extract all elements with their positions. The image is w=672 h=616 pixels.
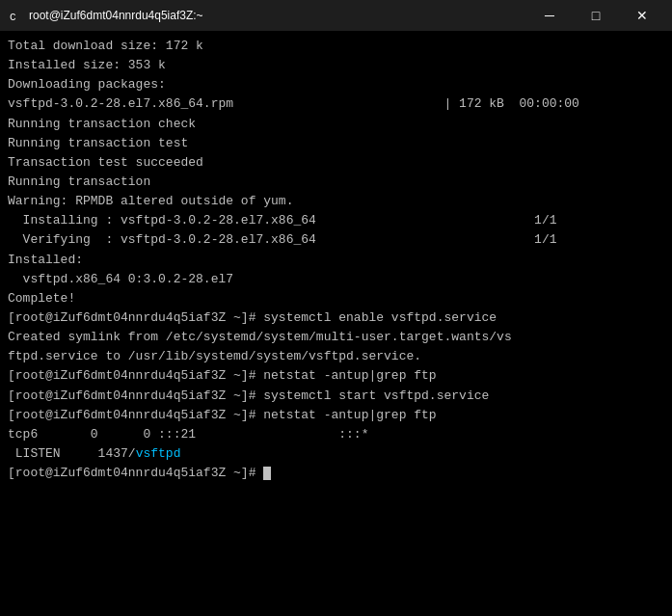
terminal-line: [root@iZuf6dmt04nnrdu4q5iaf3Z ~]# netsta…	[8, 406, 664, 425]
terminal-line: Transaction test succeeded	[8, 153, 664, 173]
cursor-block	[263, 467, 271, 480]
terminal-line: Running transaction test	[8, 134, 664, 153]
window-title: root@iZuf6dmt04nnrdu4q5iaf3Z:~	[29, 9, 203, 22]
minimize-button[interactable]: ─	[527, 0, 572, 31]
terminal-line: [root@iZuf6dmt04nnrdu4q5iaf3Z ~]# netsta…	[8, 366, 664, 386]
terminal-line: Installed:	[8, 251, 664, 270]
terminal-line: [root@iZuf6dmt04nnrdu4q5iaf3Z ~]#	[8, 464, 664, 483]
title-bar-left: C root@iZuf6dmt04nnrdu4q5iaf3Z:~	[8, 8, 203, 23]
terminal-line: Total download size: 172 k	[8, 37, 664, 56]
svg-text:C: C	[10, 12, 16, 23]
title-bar: C root@iZuf6dmt04nnrdu4q5iaf3Z:~ ─ □ ✕	[0, 0, 672, 31]
terminal-line: Installed size: 353 k	[8, 56, 664, 75]
terminal-line: vsftpd-3.0.2-28.el7.x86_64.rpm | 172 kB …	[8, 94, 664, 114]
terminal-line: Running transaction	[8, 173, 664, 192]
terminal-line: Warning: RPMDB altered outside of yum.	[8, 192, 664, 211]
terminal-line: [root@iZuf6dmt04nnrdu4q5iaf3Z ~]# system…	[8, 387, 664, 406]
terminal-output[interactable]: Total download size: 172 kInstalled size…	[0, 31, 672, 616]
terminal-line: Installing : vsftpd-3.0.2-28.el7.x86_64 …	[8, 211, 664, 230]
terminal-line: tcp6 0 0 :::21 :::*	[8, 425, 664, 444]
terminal-line: ftpd.service to /usr/lib/systemd/system/…	[8, 347, 664, 366]
terminal-line: LISTEN 1437/vsftpd	[8, 444, 664, 464]
close-button[interactable]: ✕	[620, 0, 664, 31]
window-controls: ─ □ ✕	[527, 0, 664, 31]
terminal-line: [root@iZuf6dmt04nnrdu4q5iaf3Z ~]# system…	[8, 308, 664, 328]
terminal-line: Complete!	[8, 289, 664, 308]
terminal-line: Verifying : vsftpd-3.0.2-28.el7.x86_64 1…	[8, 230, 664, 250]
terminal-icon: C	[8, 8, 23, 23]
maximize-button[interactable]: □	[574, 0, 618, 31]
terminal-line: Downloading packages:	[8, 75, 664, 94]
terminal-line: Running transaction check	[8, 115, 664, 134]
terminal-line: Created symlink from /etc/systemd/system…	[8, 328, 664, 347]
terminal-line: vsftpd.x86_64 0:3.0.2-28.el7	[8, 270, 664, 289]
